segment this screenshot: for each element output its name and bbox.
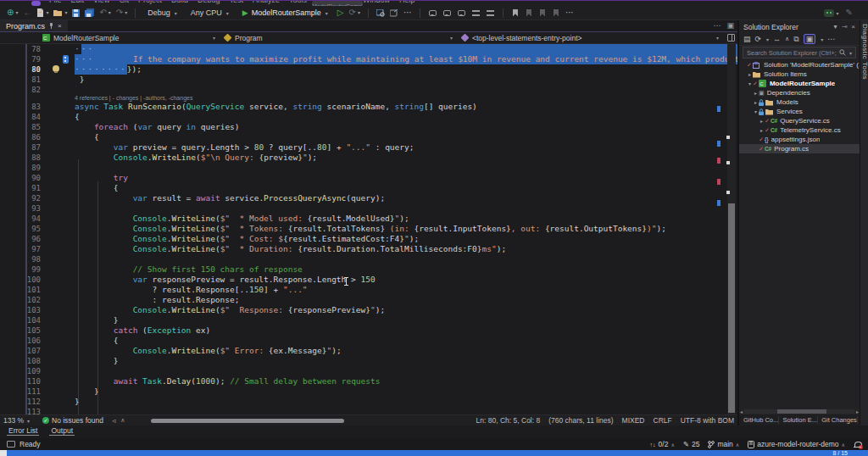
menu-item-tools[interactable]: Tools [289, 0, 307, 4]
tree-item-telemetryservice-cs[interactable]: ▸✓C#TelemetryService.cs [739, 125, 860, 135]
background-tasks-icon[interactable] [7, 441, 15, 448]
sync-status[interactable]: ↑↓0/2∧ [650, 440, 675, 448]
encoding-indicator[interactable]: UTF-8 with BOM [681, 416, 734, 425]
next-comment-icon[interactable] [458, 10, 465, 16]
code-line-106[interactable]: 106 { [0, 336, 737, 346]
collapse-all-icon[interactable]: ∧ [785, 36, 789, 42]
panel-tab-github-co[interactable]: GitHub Co... [741, 416, 779, 424]
menu-item-project[interactable]: Project [138, 0, 162, 4]
code-line-83[interactable]: 83async Task RunScenario(QueryService se… [0, 102, 737, 112]
toggle-bookmark-icon[interactable] [513, 9, 518, 17]
code-line-86[interactable]: 86 { [0, 132, 737, 142]
code-line-102[interactable]: 102 : result.Response; [0, 295, 737, 305]
issues-status[interactable]: No issues found [52, 416, 103, 425]
tab-overflow-icon[interactable]: ⋯ [713, 21, 721, 30]
scroll-right-icon[interactable]: ▸ [856, 409, 859, 414]
previous-bookmark-icon[interactable] [526, 9, 531, 17]
code-line-112[interactable]: 112} [0, 397, 737, 407]
caret-position[interactable]: Ln: 80, Ch: 5, Col: 8 [476, 416, 541, 425]
open-file-icon[interactable]: ▾ [53, 8, 67, 17]
code-line-82[interactable]: 82 [0, 85, 737, 95]
window-layout-icon[interactable] [390, 9, 398, 17]
branch-selector[interactable]: main∧ [708, 440, 739, 448]
configuration-dropdown[interactable]: Debug▾ [143, 8, 181, 18]
bottom-tab-error-list[interactable]: Error List [7, 425, 39, 436]
save-all-icon[interactable] [85, 8, 94, 17]
panel-horizontal-scrollbar[interactable]: ◂ ▸ [739, 409, 860, 414]
save-icon[interactable] [72, 9, 80, 17]
indentation-indicator[interactable]: MIXED [622, 416, 645, 425]
pending-changes-filter-icon[interactable]: ⟳ [755, 35, 762, 43]
code-line-103[interactable]: 103 Console.WriteLine($" Response: {resp… [0, 305, 737, 315]
menu-item-debug[interactable]: Debug [198, 0, 220, 4]
expander-down-icon[interactable]: ▾ [753, 108, 759, 114]
code-line-90[interactable]: 90 try [0, 173, 737, 183]
close-tab-icon[interactable]: × [58, 22, 62, 30]
sync-namespaces-icon[interactable]: ↔ [773, 35, 781, 43]
copilot-button[interactable]: ▾ ✎ [824, 8, 853, 17]
code-line-89[interactable]: 89 [0, 163, 737, 173]
tab-program-cs[interactable]: Program.cs × [0, 20, 68, 31]
expander-down-icon[interactable]: ▾ [747, 81, 753, 86]
tree-item-models[interactable]: ▸Models [739, 97, 860, 107]
expander-right-icon[interactable]: ▸ [759, 118, 765, 124]
notifications-bell-icon[interactable] [854, 441, 861, 448]
expander-right-icon[interactable]: ▸ [747, 71, 753, 77]
code-line-97[interactable]: 97 Console.WriteLine($" * Duration: {res… [0, 244, 737, 254]
tree-item-solution-items[interactable]: ▸Solution Items [739, 70, 860, 79]
panel-tab-solution-e[interactable]: Solution E... [780, 416, 818, 424]
toolbar-overflow-icon[interactable]: ⋯ [403, 8, 412, 17]
decrease-indent-icon[interactable] [472, 10, 480, 16]
code-line-80[interactable]: 80········}); [0, 64, 737, 75]
bookmark-window-icon[interactable] [554, 9, 559, 17]
platform-dropdown[interactable]: Any CPU▾ [186, 8, 233, 18]
tree-item-program-cs[interactable]: ✓C#Program.cs [739, 144, 860, 153]
code-line-104[interactable]: 104 } [0, 315, 737, 325]
code-line-101[interactable]: 101 ? result.Response[..150] + "..." [0, 285, 737, 295]
repository-selector[interactable]: azure-model-router-demo∧ [748, 440, 845, 448]
codelens-references[interactable]: 4 references | - changes | -authors, -ch… [0, 95, 737, 102]
menu-item-window[interactable]: Window [363, 0, 390, 4]
code-line-87[interactable]: 87 var preview = query.Length > 80 ? que… [0, 142, 737, 153]
breadcrumb-project-dropdown[interactable]: C ModelRouterSample ▾ [0, 34, 219, 42]
breadcrumb-type-dropdown[interactable]: Program ▾ [219, 34, 456, 42]
tree-item-services[interactable]: ▾Services [739, 107, 860, 116]
close-panel-icon[interactable]: × [851, 23, 855, 31]
code-line-98[interactable]: 98 [0, 254, 737, 264]
expand-strip-icon[interactable]: ∧ [120, 417, 125, 424]
code-line-113[interactable]: 113 [0, 407, 737, 414]
expander-right-icon[interactable]: ▸ [753, 99, 759, 105]
tree-item-queryservice-cs[interactable]: ▸✓C#QueryService.cs [739, 116, 860, 125]
menu-item-test[interactable]: Test [229, 0, 243, 4]
add-item-icon[interactable]: ⊕▾ [7, 8, 18, 17]
menu-item-build[interactable]: Build [171, 0, 188, 4]
zoom-dropdown[interactable]: 133 %▾ [3, 416, 42, 425]
start-debugging-button[interactable]: ▶ ModelRouterSample▾ [238, 8, 332, 18]
sync-with-active-document-icon[interactable]: ▣ [804, 34, 816, 44]
menu-item-git[interactable]: Git [119, 0, 129, 4]
feedback-icon[interactable]: ✎ [846, 8, 853, 17]
vertical-scrollbar-thumb[interactable] [728, 203, 735, 413]
scroll-left-icon[interactable]: ◂ [740, 409, 743, 414]
menu-item-file[interactable]: File [49, 0, 62, 4]
toolbar-overflow-icon[interactable]: ⋯ [827, 35, 835, 43]
split-editor-icon[interactable] [727, 34, 735, 42]
code-line-107[interactable]: 107 Console.WriteLine($" Error: {ex.Mess… [0, 346, 737, 356]
navigate-back-icon[interactable]: ← [23, 8, 31, 17]
code-line-95[interactable]: 95 Console.WriteLine($" * Tokens: {resul… [0, 224, 737, 234]
menu-item-analyze[interactable]: Analyze [253, 0, 280, 4]
find-in-files-icon[interactable] [376, 9, 385, 17]
new-file-icon[interactable]: ▾ [36, 8, 48, 17]
hot-reload-icon[interactable]: ⟳▾ [349, 8, 360, 17]
code-editor[interactable]: 78···79··· If the company wants to maxim… [0, 44, 737, 414]
code-line-88[interactable]: 88 Console.WriteLine($"\n Query: {previe… [0, 153, 737, 163]
code-line-111[interactable]: 111 } [0, 386, 737, 397]
menu-item-help[interactable]: Help [399, 0, 415, 4]
previous-comment-icon[interactable] [443, 10, 451, 16]
redo-icon[interactable]: ↷▾ [116, 8, 127, 17]
pin-icon[interactable] [48, 23, 54, 29]
code-line-84[interactable]: 84{ [0, 112, 737, 122]
bottom-tab-output[interactable]: Output [49, 425, 75, 436]
pin-panel-icon[interactable]: ⊸ [842, 23, 848, 31]
switch-views-icon[interactable]: ▤ [743, 35, 751, 43]
